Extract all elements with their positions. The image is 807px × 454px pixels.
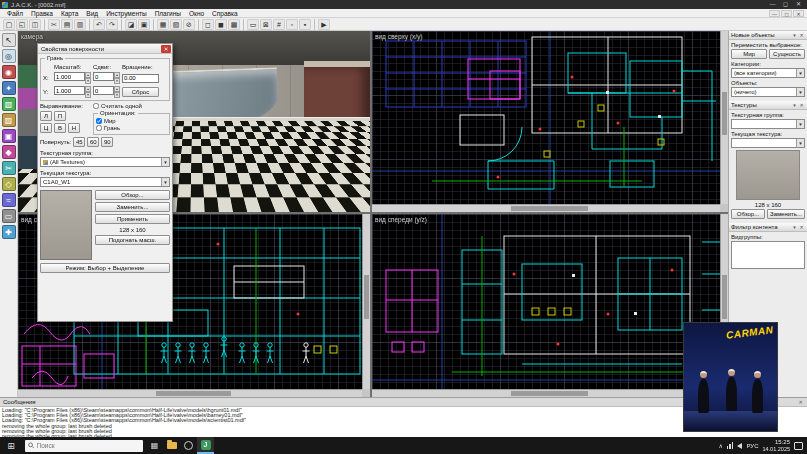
shift-x-input[interactable] — [93, 72, 114, 81]
browse-button[interactable]: Обзор... — [731, 209, 765, 219]
redo-icon[interactable]: ↷ — [106, 19, 118, 30]
world-checkbox[interactable] — [96, 118, 102, 124]
shift-y-input[interactable] — [93, 86, 114, 95]
close-icon[interactable]: ✕ — [797, 399, 804, 405]
treat-as-one-checkbox[interactable] — [93, 103, 99, 109]
face-checkbox-row[interactable]: Грань — [96, 125, 167, 131]
current-texture-dropdown[interactable]: C1A0_W1 ▼ — [40, 177, 170, 187]
clock[interactable]: 15:25 14.01.2025 — [762, 439, 790, 451]
entity-button[interactable]: Сущность — [769, 49, 805, 59]
replace-button[interactable]: Заменить... — [95, 202, 170, 212]
stepper-arrows[interactable]: ▲▼ — [114, 72, 120, 84]
menu-window[interactable]: Окно — [185, 9, 208, 18]
align-bottom-button[interactable]: Н — [68, 123, 80, 133]
undo-icon[interactable]: ↶ — [93, 19, 105, 30]
texture-group-dropdown[interactable]: ▼ — [731, 119, 805, 129]
align-top-button[interactable]: В — [54, 123, 66, 133]
ungroup-icon[interactable]: ▧ — [170, 19, 182, 30]
rotate-60-button[interactable]: 60 — [87, 137, 99, 147]
vertical-scrollbar[interactable] — [362, 214, 370, 389]
rotate-45-button[interactable]: 45 — [73, 137, 85, 147]
run-map-icon[interactable]: ▶ — [318, 19, 330, 30]
scale-x-input[interactable] — [54, 72, 85, 81]
viewport-2d-front[interactable]: вид спереди (y/z) — [372, 214, 728, 397]
block-tool-icon[interactable]: ▧ — [2, 97, 16, 111]
menu-edit[interactable]: Правка — [27, 9, 57, 18]
align-left-button[interactable]: Л — [40, 111, 52, 121]
menu-tools[interactable]: Инструменты — [102, 9, 151, 18]
overlay-tool-icon[interactable]: ✚ — [2, 225, 16, 239]
decal-tool-icon[interactable]: ◆ — [2, 145, 16, 159]
mdi-minimize-button[interactable]: — — [769, 10, 780, 17]
zoom-tool-icon[interactable]: ◎ — [2, 49, 16, 63]
menu-plugins[interactable]: Плагины — [151, 9, 185, 18]
file-explorer-icon[interactable] — [163, 437, 180, 454]
chevron-down-icon[interactable]: ▼ — [161, 158, 169, 166]
chevron-down-icon[interactable]: ▼ — [796, 69, 804, 77]
align-center-button[interactable]: Ц — [40, 123, 52, 133]
menu-map[interactable]: Карта — [57, 9, 82, 18]
taskbar-search[interactable] — [25, 440, 143, 452]
fit-scale-button[interactable]: Подогнать масш. — [95, 235, 170, 245]
search-input[interactable] — [36, 442, 140, 449]
stepper-arrows[interactable]: ▲▼ — [85, 72, 91, 84]
close-icon[interactable]: ✕ — [798, 102, 805, 108]
cut-icon[interactable]: ✂ — [48, 19, 60, 30]
horizontal-scrollbar[interactable] — [372, 204, 720, 212]
ignore-groups-icon[interactable]: ⊘ — [183, 19, 195, 30]
pin-icon[interactable]: ▾ — [791, 32, 798, 38]
chevron-up-icon[interactable]: ∧ — [719, 442, 723, 449]
treat-as-one-checkbox-row[interactable]: Считать одной — [93, 103, 170, 109]
task-view-icon[interactable]: ▦ — [146, 437, 163, 454]
pin-icon[interactable]: ▾ — [791, 102, 798, 108]
snap-to-grid-icon[interactable]: # — [273, 19, 285, 30]
grid-larger-icon[interactable]: ▪ — [299, 19, 311, 30]
open-file-icon[interactable]: ◱ — [16, 19, 28, 30]
start-button[interactable]: ⊞ — [0, 441, 22, 451]
chevron-down-icon[interactable]: ▼ — [796, 120, 804, 128]
group-icon[interactable]: ▦ — [157, 19, 169, 30]
texture-group-dropdown[interactable]: (All Textures) ▼ — [40, 157, 170, 167]
close-button[interactable]: ✕ — [792, 0, 805, 9]
hide-unselected-icon[interactable]: ◼ — [215, 19, 227, 30]
vertex-tool-icon[interactable]: ◇ — [2, 177, 16, 191]
save-icon[interactable]: ◫ — [29, 19, 41, 30]
texture-preview-window[interactable]: CARMAN — [683, 322, 778, 432]
speaker-icon[interactable] — [737, 443, 742, 449]
face-checkbox[interactable] — [96, 125, 102, 131]
cordon-icon[interactable]: ▭ — [247, 19, 259, 30]
align-right-button[interactable]: П — [54, 111, 66, 121]
notification-center-icon[interactable] — [794, 442, 803, 450]
network-icon[interactable] — [727, 442, 734, 449]
steam-icon[interactable] — [180, 437, 197, 454]
maximize-button[interactable]: ◻ — [779, 0, 792, 9]
jack-app-icon[interactable]: J — [197, 437, 214, 454]
make-hollow-icon[interactable]: ▣ — [138, 19, 150, 30]
carve-icon[interactable]: ◪ — [125, 19, 137, 30]
chevron-down-icon[interactable]: ▼ — [796, 139, 804, 147]
chevron-down-icon[interactable]: ▼ — [796, 88, 804, 96]
browse-button[interactable]: Обзор... — [95, 190, 170, 200]
texture-lock-icon[interactable]: ⊠ — [260, 19, 272, 30]
copy-icon[interactable]: ▤ — [61, 19, 73, 30]
new-file-icon[interactable]: ▢ — [3, 19, 15, 30]
chevron-down-icon[interactable]: ▼ — [161, 178, 169, 186]
close-icon[interactable]: ✕ — [798, 224, 805, 230]
mode-button[interactable]: Режим: Выбор + Выделение — [40, 263, 170, 273]
entity-tool-icon[interactable]: ✦ — [2, 81, 16, 95]
grid-smaller-icon[interactable]: ▫ — [286, 19, 298, 30]
apply-current-texture-tool-icon[interactable]: ▣ — [2, 129, 16, 143]
cordon-tool-icon[interactable]: ▭ — [2, 209, 16, 223]
vertical-scrollbar[interactable] — [720, 31, 728, 204]
clipping-tool-icon[interactable]: ✂ — [2, 161, 16, 175]
pin-icon[interactable]: ▾ — [791, 224, 798, 230]
objects-dropdown[interactable]: (ничего) ▼ — [731, 87, 805, 97]
categories-dropdown[interactable]: (все категории) ▼ — [731, 68, 805, 78]
mdi-restore-button[interactable]: ◻ — [781, 10, 792, 17]
apply-button[interactable]: Применить — [95, 214, 170, 224]
path-tool-icon[interactable]: ≈ — [2, 193, 16, 207]
horizontal-scrollbar[interactable] — [18, 389, 362, 397]
menu-help[interactable]: Справка — [208, 9, 242, 18]
rotation-input[interactable] — [122, 74, 159, 83]
minimize-button[interactable]: — — [766, 0, 779, 9]
